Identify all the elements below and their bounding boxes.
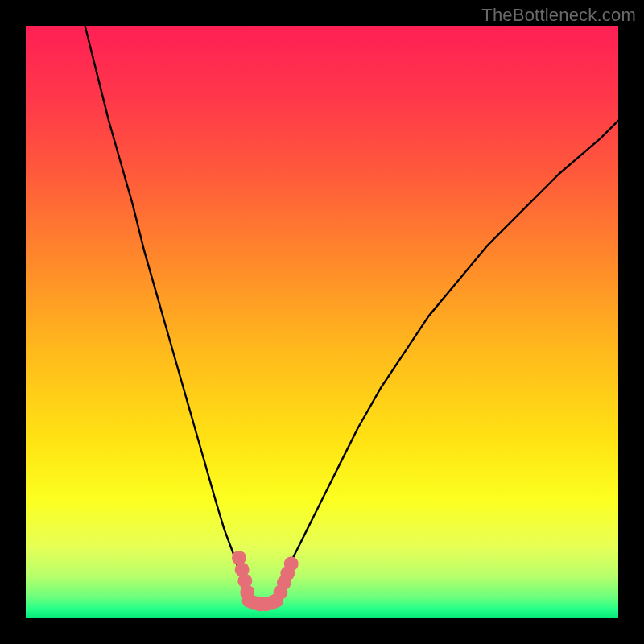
right-marker-5 xyxy=(284,556,299,571)
chart-svg xyxy=(26,26,618,618)
watermark-text: TheBottleneck.com xyxy=(481,5,636,26)
gradient-background xyxy=(26,26,618,618)
plot-area xyxy=(26,26,618,618)
chart-frame: TheBottleneck.com xyxy=(0,0,644,644)
